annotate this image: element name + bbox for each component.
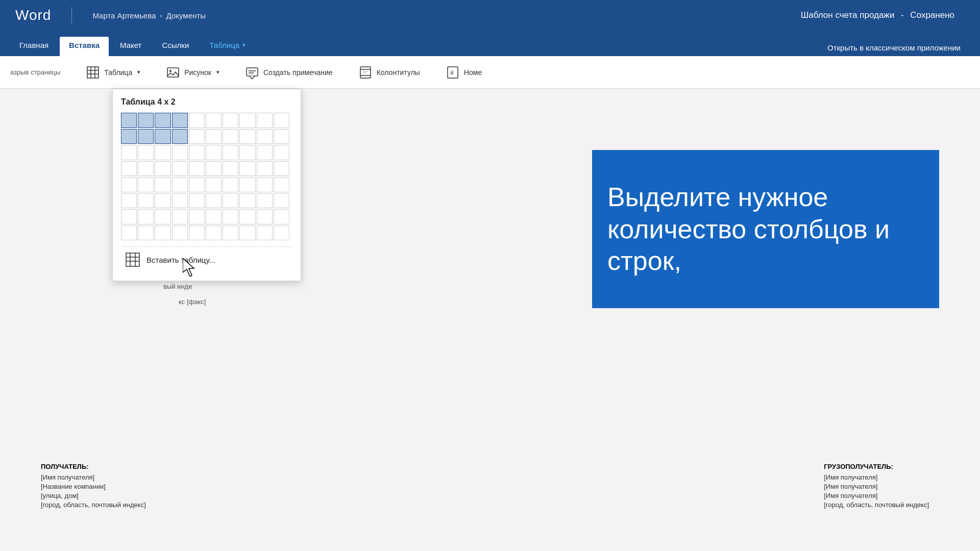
grid-cell[interactable] xyxy=(172,145,188,160)
grid-cell[interactable] xyxy=(121,177,137,192)
grid-cell[interactable] xyxy=(223,129,238,144)
grid-cell[interactable] xyxy=(274,145,289,160)
grid-cell[interactable] xyxy=(155,209,170,224)
bill-to-line-3: [улица, дом] xyxy=(41,492,146,499)
grid-cell[interactable] xyxy=(138,193,154,209)
grid-cell[interactable] xyxy=(274,129,289,144)
grid-cell[interactable] xyxy=(223,177,238,192)
grid-cell[interactable] xyxy=(206,177,222,192)
grid-cell[interactable] xyxy=(189,209,205,224)
table-dropdown-panel: Таблица 4 x 2 Вставить таблицу... xyxy=(112,89,301,281)
number-button[interactable]: # Номе xyxy=(440,62,487,83)
grid-cell[interactable] xyxy=(121,193,137,209)
insert-table-button[interactable]: Вставить таблицу... xyxy=(121,246,292,272)
grid-cell[interactable] xyxy=(257,177,273,192)
table-button[interactable]: Таблица ▾ xyxy=(81,62,145,83)
grid-cell[interactable] xyxy=(239,113,255,128)
grid-cell[interactable] xyxy=(121,145,137,160)
grid-cell[interactable] xyxy=(172,226,188,241)
grid-cell[interactable] xyxy=(155,193,170,209)
grid-cell[interactable] xyxy=(274,226,289,241)
breadcrumb-folder[interactable]: Документы xyxy=(166,11,206,20)
grid-cell[interactable] xyxy=(223,113,238,128)
partial-text-2: кс [факс] xyxy=(179,298,206,306)
grid-cell[interactable] xyxy=(138,226,154,241)
grid-cell[interactable] xyxy=(239,193,255,209)
grid-cell[interactable] xyxy=(206,113,222,128)
grid-cell[interactable] xyxy=(155,145,170,160)
picture-button[interactable]: Рисунок ▾ xyxy=(161,62,225,83)
grid-cell[interactable] xyxy=(257,129,273,144)
grid-cell[interactable] xyxy=(189,129,205,144)
grid-cell[interactable] xyxy=(257,209,273,224)
grid-cell[interactable] xyxy=(138,129,154,144)
grid-cell[interactable] xyxy=(172,161,188,177)
grid-cell[interactable] xyxy=(206,193,222,209)
comment-button[interactable]: Создать примечание xyxy=(240,62,338,83)
ship-to-line-4: [город, область, почтовый индекс] xyxy=(824,501,929,509)
grid-cell[interactable] xyxy=(172,209,188,224)
grid-cell[interactable] xyxy=(172,113,188,128)
grid-cell[interactable] xyxy=(257,226,273,241)
grid-cell[interactable] xyxy=(172,193,188,209)
grid-cell[interactable] xyxy=(206,129,222,144)
grid-cell[interactable] xyxy=(189,161,205,177)
grid-cell[interactable] xyxy=(206,226,222,241)
grid-cell[interactable] xyxy=(223,209,238,224)
grid-cell[interactable] xyxy=(121,226,137,241)
grid-cell[interactable] xyxy=(189,193,205,209)
grid-cell[interactable] xyxy=(223,145,238,160)
grid-cell[interactable] xyxy=(274,113,289,128)
grid-cell[interactable] xyxy=(121,113,137,128)
grid-cell[interactable] xyxy=(206,145,222,160)
grid-cell[interactable] xyxy=(274,177,289,192)
tab-insert[interactable]: Вставка xyxy=(60,37,109,56)
grid-cell[interactable] xyxy=(189,113,205,128)
grid-cell[interactable] xyxy=(274,193,289,209)
grid-cell[interactable] xyxy=(155,129,170,144)
grid-cell[interactable] xyxy=(257,145,273,160)
grid-cell[interactable] xyxy=(206,161,222,177)
grid-cell[interactable] xyxy=(239,209,255,224)
header-footer-button[interactable]: Колонтитулы xyxy=(353,62,425,83)
grid-cell[interactable] xyxy=(138,113,154,128)
grid-cell[interactable] xyxy=(223,193,238,209)
grid-cell[interactable] xyxy=(155,161,170,177)
grid-cell[interactable] xyxy=(121,129,137,144)
grid-cell[interactable] xyxy=(274,209,289,224)
grid-cell[interactable] xyxy=(223,226,238,241)
grid-cell[interactable] xyxy=(121,161,137,177)
grid-cell[interactable] xyxy=(257,161,273,177)
grid-cell[interactable] xyxy=(189,145,205,160)
tab-home[interactable]: Главная xyxy=(10,37,58,56)
grid-cell[interactable] xyxy=(138,161,154,177)
grid-cell[interactable] xyxy=(138,177,154,192)
grid-cell[interactable] xyxy=(206,209,222,224)
tab-layout[interactable]: Макет xyxy=(111,37,151,56)
open-classic-button[interactable]: Открыть в классическом приложении xyxy=(818,39,970,56)
grid-cell[interactable] xyxy=(138,209,154,224)
grid-cell[interactable] xyxy=(239,226,255,241)
grid-cell[interactable] xyxy=(257,193,273,209)
grid-cell[interactable] xyxy=(155,177,170,192)
table-grid-selector[interactable] xyxy=(121,113,289,240)
tab-table[interactable]: Таблица ▾ xyxy=(200,37,255,56)
grid-cell[interactable] xyxy=(172,177,188,192)
grid-cell[interactable] xyxy=(239,161,255,177)
grid-cell[interactable] xyxy=(239,145,255,160)
grid-cell[interactable] xyxy=(189,177,205,192)
tab-references[interactable]: Ссылки xyxy=(153,37,198,56)
grid-cell[interactable] xyxy=(155,113,170,128)
grid-cell[interactable] xyxy=(239,177,255,192)
grid-cell[interactable] xyxy=(257,113,273,128)
grid-cell[interactable] xyxy=(138,145,154,160)
breadcrumb-user[interactable]: Марта Артемьева xyxy=(92,11,156,20)
grid-cell[interactable] xyxy=(274,161,289,177)
grid-cell[interactable] xyxy=(172,129,188,144)
grid-cell[interactable] xyxy=(121,209,137,224)
grid-cell[interactable] xyxy=(189,226,205,241)
grid-cell[interactable] xyxy=(239,129,255,144)
grid-cell[interactable] xyxy=(155,226,170,241)
grid-cell[interactable] xyxy=(223,161,238,177)
breadcrumb[interactable]: Марта Артемьева › Документы xyxy=(92,11,206,20)
